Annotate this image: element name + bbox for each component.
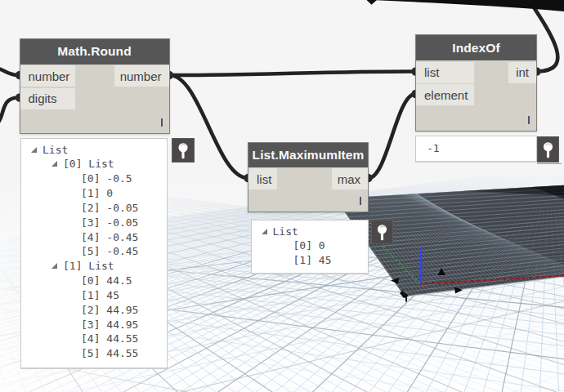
- expander-triangle-icon[interactable]: [262, 229, 267, 234]
- lacing-indicator-math-round[interactable]: [161, 118, 163, 127]
- preview-text: [0] List: [63, 158, 114, 170]
- preview-text: [5] -0.45: [81, 245, 138, 257]
- preview-row: [5] -0.45: [21, 244, 167, 259]
- pin-preview-button-indexof[interactable]: [537, 136, 559, 163]
- preview-text: [4] -0.45: [81, 231, 138, 243]
- wire-end-diamond[interactable]: [367, 0, 378, 5]
- pin-icon: [172, 138, 194, 163]
- preview-text: [3] 44.95: [81, 318, 138, 331]
- preview-text: [1] List: [63, 260, 114, 272]
- preview-bubble-indexof[interactable]: -1: [415, 136, 537, 163]
- expander-triangle-icon[interactable]: [31, 147, 37, 153]
- preview-row: [2] 44.95: [21, 303, 167, 318]
- expander-triangle-icon[interactable]: [51, 263, 57, 269]
- wire-math-round.out.0-to-indexof.in.0[interactable]: [170, 72, 416, 76]
- node-title-math-round[interactable]: Math.Round: [20, 39, 169, 65]
- preview-row: [1] 45: [252, 253, 368, 268]
- wire-offscreen-left-b-to-math-round.in.1[interactable]: [0, 98, 18, 127]
- preview-row[interactable]: [0] List: [21, 157, 167, 172]
- preview-row: [0] 0: [252, 238, 368, 253]
- preview-row: [1] 45: [21, 288, 167, 303]
- preview-text: List: [43, 144, 68, 156]
- preview-row: [5] 44.55: [21, 346, 167, 361]
- pin-icon: [372, 220, 392, 244]
- preview-row[interactable]: [1] List: [21, 259, 167, 274]
- port-input-indexof-element[interactable]: element: [416, 84, 474, 105]
- preview-text: [3] -0.05: [81, 216, 138, 229]
- port-output-list-maximumitem-max[interactable]: max: [332, 168, 368, 189]
- preview-text: [2] 44.95: [81, 304, 138, 316]
- port-output-math-round-number[interactable]: number: [114, 65, 169, 87]
- port-nub[interactable]: [537, 67, 541, 75]
- node-math-round[interactable]: Math.Roundnumberdigitsnumber: [20, 38, 170, 134]
- preview-row: -1: [416, 141, 536, 156]
- wire-offscreen-left-a-to-math-round.in.0[interactable]: [0, 68, 18, 75]
- preview-text: [5] 44.55: [81, 347, 138, 359]
- expander-triangle-icon[interactable]: [51, 161, 57, 167]
- preview-bubble-list-maximumitem[interactable]: List[0] 0[1] 45: [251, 220, 369, 274]
- preview-row: [3] 44.95: [21, 318, 167, 332]
- pin-preview-button-math-round[interactable]: [172, 138, 195, 163]
- preview-row: [0] 44.5: [21, 274, 167, 288]
- pin-icon: [538, 136, 558, 163]
- node-title-list-maximumitem[interactable]: List.MaximumItem: [248, 143, 368, 167]
- port-nub[interactable]: [169, 71, 173, 79]
- port-input-indexof-list[interactable]: list: [416, 62, 474, 83]
- node-title-indexof[interactable]: IndexOf: [416, 35, 536, 60]
- pin-underline: [537, 163, 562, 164]
- preview-text: [0] 44.5: [81, 274, 132, 287]
- port-input-math-round-number[interactable]: number: [20, 65, 75, 87]
- port-input-math-round-digits[interactable]: digits: [20, 88, 75, 109]
- preview-row: [2] -0.05: [21, 201, 167, 216]
- preview-text: [0] -0.5: [81, 172, 132, 185]
- node-indexof[interactable]: IndexOflistelementint: [415, 34, 537, 131]
- wire-list-maximumitem.out.0-to-indexof.in.1[interactable]: [369, 94, 415, 178]
- preview-bubble-math-round[interactable]: List[0] List[0] -0.5[1] 0[2] -0.05[3] -0…: [20, 138, 168, 369]
- preview-text: [4] 44.55: [81, 332, 138, 345]
- port-output-indexof-int[interactable]: int: [508, 62, 536, 83]
- preview-row: [4] 44.55: [21, 332, 167, 346]
- preview-text: [1] 0: [81, 187, 113, 199]
- preview-row: [4] -0.45: [21, 230, 167, 245]
- preview-text: List: [273, 225, 298, 238]
- port-input-list-maximumitem-list[interactable]: list: [248, 168, 277, 189]
- preview-text: [1] 45: [81, 289, 119, 301]
- pin-preview-button-list-maximumitem[interactable]: [371, 220, 393, 244]
- preview-text: [0] 0: [293, 239, 325, 252]
- preview-row: [3] -0.05: [21, 216, 167, 230]
- wire-math-round.out.0-to-list-maximumitem.in.0[interactable]: [170, 75, 248, 178]
- preview-row[interactable]: List: [252, 225, 368, 239]
- preview-row[interactable]: List: [21, 143, 167, 158]
- preview-text: [1] 45: [293, 254, 332, 266]
- preview-text: [2] -0.05: [81, 202, 138, 214]
- node-list-maximumitem[interactable]: List.MaximumItemlistmax: [248, 142, 369, 213]
- preview-row: [1] 0: [21, 186, 167, 201]
- lacing-indicator-indexof[interactable]: [528, 116, 530, 124]
- preview-text: -1: [427, 142, 440, 154]
- preview-row: [0] -0.5: [21, 172, 167, 186]
- lacing-indicator-list-maximumitem[interactable]: [360, 197, 361, 205]
- dynamo-canvas[interactable]: Math.RoundnumberdigitsnumberList.Maximum…: [0, 0, 564, 392]
